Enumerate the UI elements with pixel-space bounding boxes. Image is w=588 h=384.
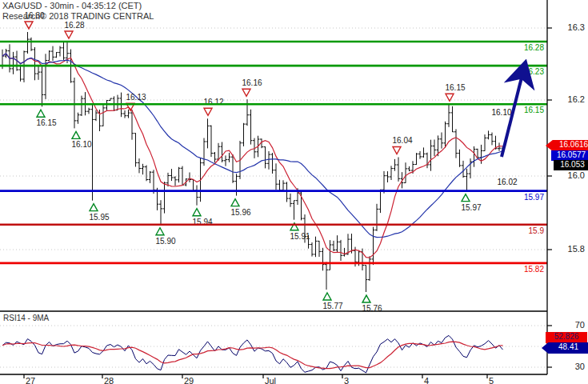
last-trade-price-value: 16.053 <box>560 160 585 169</box>
rsi-panel-label: RSI14 - 9MA <box>3 314 49 322</box>
pivot-marker-down <box>65 31 73 38</box>
pivot-marker-up <box>193 209 201 216</box>
pivot-marker-down <box>393 146 401 154</box>
last-bid-price-badge: 16.0616 <box>546 140 588 151</box>
pivot-label: 15.90 <box>155 237 175 246</box>
price-rsi-plot: 16.3016.2816.1316.1216.1616.0416.1516.15… <box>0 0 588 384</box>
time-axis-label: 29 <box>184 376 194 384</box>
rsi-value: 48.41 <box>558 342 578 351</box>
price-axis-label: 16.0 <box>550 170 585 180</box>
resistance-level-label: 16.15 <box>524 106 544 114</box>
pivot-marker-down <box>242 89 250 96</box>
price-panel: 16.3016.2816.1316.1216.1616.0416.1516.15… <box>1 11 505 313</box>
pivot-label: 16.04 <box>392 136 412 145</box>
swing-annotation: 16.10 <box>491 108 511 117</box>
pivot-label: 15.96 <box>230 208 250 217</box>
last-ask-price-value: 16.0577 <box>557 150 586 159</box>
time-axis-label: 4 <box>424 376 429 384</box>
pivot-marker-down <box>204 108 212 115</box>
pivot-label: 15.95 <box>89 213 109 222</box>
support-level-label: 15.9 <box>529 226 545 235</box>
pivot-marker-up <box>323 293 331 300</box>
resistance-level-label: 16.28 <box>524 43 544 52</box>
time-axis-label: 27 <box>26 376 35 384</box>
pivot-label: 15.77 <box>322 302 342 310</box>
chart-window: 16.3016.2816.1316.1216.1616.0416.1516.15… <box>0 0 588 384</box>
pivot-label: 16.28 <box>64 21 84 30</box>
rsi-ma-value-badge: 52.826 <box>546 332 587 343</box>
page-title: XAG/USD - 30min - 04:35:12 (CET) <box>2 1 142 10</box>
support-level-label: 15.97 <box>524 193 544 202</box>
pivot-marker-up <box>362 295 370 302</box>
rsi-ma-value: 52.826 <box>554 332 579 341</box>
copyright-line: Research© 2018 TRADING CENTRAL <box>2 11 154 21</box>
price-axis-label: 16.2 <box>550 94 585 104</box>
pivot-label: 16.10 <box>71 140 91 149</box>
rsi-axis-label: 30 <box>550 362 585 371</box>
pivot-label: 15.97 <box>461 203 481 212</box>
pivot-marker-up <box>462 194 470 202</box>
price-axis-label: 16.3 <box>550 22 585 32</box>
pivot-label: 16.15 <box>445 83 465 92</box>
rsi-axis-label: 70 <box>550 320 585 330</box>
pivot-label: 15.91 <box>290 232 310 241</box>
last-trade-price-badge: 16.053 <box>554 160 588 170</box>
pivot-label: 16.13 <box>126 93 146 102</box>
resistance-level-label: 16.23 <box>524 67 544 76</box>
pivot-label: 16.15 <box>36 118 56 127</box>
pivot-marker-up <box>231 199 239 206</box>
price-axis-label: 15.8 <box>550 244 585 254</box>
last-bid-price-value: 16.0616 <box>559 140 588 149</box>
rsi-ma-line <box>2 342 503 369</box>
rsi-value-badge: 48.41 <box>542 342 588 354</box>
pivot-marker-up <box>90 204 98 211</box>
swing-annotation: 16.02 <box>497 178 517 186</box>
pivot-marker-up <box>37 110 45 117</box>
pivot-marker-down <box>446 94 454 101</box>
support-level-label: 15.82 <box>524 265 544 274</box>
pivot-marker-up <box>156 228 164 235</box>
time-axis-label: 5 <box>489 376 494 384</box>
time-axis-label: Jul <box>265 376 276 384</box>
pivot-label: 16.12 <box>203 98 223 106</box>
time-axis-label: 3 <box>344 376 349 384</box>
time-axis-label: 28 <box>104 376 114 384</box>
pivot-label: 16.16 <box>242 78 262 87</box>
pivot-marker-up <box>72 131 80 138</box>
